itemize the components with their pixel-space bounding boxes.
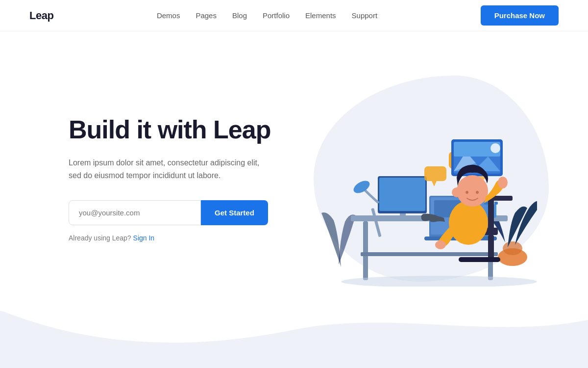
hero-section: Build it with Leap Lorem ipsum dolor sit… [0, 31, 588, 316]
hero-subtitle: Lorem ipsum dolor sit amet, consectetur … [69, 157, 265, 183]
svg-point-34 [449, 201, 488, 245]
logo: Leap [29, 9, 53, 22]
svg-point-39 [498, 177, 508, 188]
svg-point-38 [452, 187, 462, 197]
nav-link-portfolio[interactable]: Portfolio [263, 11, 290, 20]
svg-rect-5 [361, 252, 498, 256]
svg-point-40 [435, 240, 446, 249]
svg-point-1 [503, 241, 522, 255]
nav-link-demos[interactable]: Demos [157, 11, 180, 20]
svg-point-36 [466, 191, 468, 194]
svg-point-28 [490, 143, 500, 153]
wave-top [0, 310, 588, 349]
svg-rect-7 [379, 178, 425, 211]
hero-form: Get Started [69, 200, 270, 225]
purchase-now-button[interactable]: Purchase Now [481, 5, 559, 26]
svg-point-35 [457, 175, 488, 207]
wave-section [0, 311, 588, 368]
hero-illustration-container [270, 66, 559, 291]
signin-text: Already using Leap? Sign In [69, 234, 270, 242]
svg-rect-30 [488, 235, 494, 260]
hero-content: Build it with Leap Lorem ipsum dolor sit… [69, 115, 270, 242]
nav-link-elements[interactable]: Elements [305, 11, 336, 20]
svg-rect-3 [363, 221, 368, 280]
navbar: Leap Demos Pages Blog Portfolio Elements… [0, 0, 588, 31]
svg-rect-31 [459, 257, 500, 262]
svg-point-37 [476, 191, 479, 194]
nav-link-support[interactable]: Support [352, 11, 378, 20]
svg-rect-32 [488, 196, 494, 230]
email-input[interactable] [69, 200, 201, 225]
signin-link[interactable]: Sign In [133, 234, 155, 242]
svg-rect-9 [396, 217, 410, 219]
nav-link-pages[interactable]: Pages [196, 11, 217, 20]
svg-point-41 [341, 276, 537, 287]
nav-links: Demos Pages Blog Portfolio Elements Supp… [157, 11, 377, 20]
nav-link-blog[interactable]: Blog [232, 11, 247, 20]
hero-illustration [292, 71, 537, 287]
svg-rect-21 [424, 166, 446, 181]
hero-title: Build it with Leap [69, 115, 270, 145]
get-started-button[interactable]: Get Started [201, 200, 268, 225]
svg-marker-22 [432, 181, 437, 186]
